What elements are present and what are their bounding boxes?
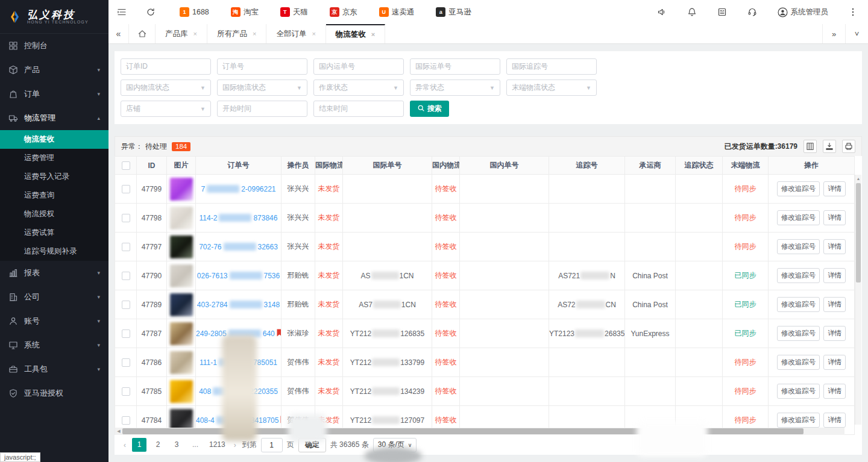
- sidebar-item-系统[interactable]: 系统▾: [0, 333, 108, 357]
- product-image[interactable]: [170, 351, 193, 374]
- announce-icon[interactable]: [657, 7, 667, 17]
- next-page-icon[interactable]: ›: [232, 441, 238, 449]
- close-icon[interactable]: ×: [193, 30, 197, 37]
- product-image[interactable]: [170, 380, 193, 403]
- details-button[interactable]: 详情: [823, 239, 846, 254]
- column-header-追踪号[interactable]: 追踪号: [549, 157, 625, 175]
- close-icon[interactable]: ×: [371, 31, 375, 38]
- notification-bell-icon[interactable]: [687, 7, 697, 17]
- edit-tracking-button[interactable]: 修改追踪号: [777, 297, 820, 312]
- sidebar-subitem-物流授权[interactable]: 物流授权: [0, 205, 108, 223]
- marketplace-link-速卖通[interactable]: U速卖通: [379, 7, 415, 17]
- sidebar-subitem-追踪号规则补录[interactable]: 追踪号规则补录: [0, 242, 108, 261]
- close-icon[interactable]: ×: [253, 30, 256, 37]
- column-header-承运商[interactable]: 承运商: [625, 157, 676, 175]
- filter-input-结束时间[interactable]: 结束时间: [313, 101, 404, 117]
- column-header-操作[interactable]: 操作: [769, 157, 855, 175]
- row-checkbox[interactable]: [122, 185, 130, 193]
- form-panel-icon[interactable]: [717, 7, 727, 17]
- collapse-sidebar-icon[interactable]: [117, 7, 127, 17]
- sidebar-subitem-物流签收[interactable]: 物流签收: [0, 130, 108, 149]
- order-number-link[interactable]: 111-1785051: [200, 358, 277, 367]
- sidebar-subitem-运费试算[interactable]: 运费试算: [0, 223, 108, 242]
- sidebar-item-工具包[interactable]: 工具包▾: [0, 357, 108, 381]
- scroll-up-icon[interactable]: ▲: [855, 175, 861, 182]
- details-button[interactable]: 详情: [823, 268, 846, 283]
- vertical-scroll-thumb[interactable]: [856, 183, 861, 283]
- edit-tracking-button[interactable]: 修改追踪号: [777, 384, 820, 399]
- column-header-国际单号[interactable]: 国际单号: [343, 157, 432, 175]
- page-button-2[interactable]: 2: [151, 438, 165, 452]
- filter-input-国际运单号[interactable]: 国际运单号: [410, 58, 500, 75]
- filter-input-订单ID[interactable]: 订单ID: [121, 58, 211, 75]
- column-header-ID[interactable]: ID: [137, 157, 167, 175]
- product-image[interactable]: [170, 264, 193, 287]
- vertical-scrollbar[interactable]: ▲: [855, 175, 861, 425]
- row-checkbox[interactable]: [122, 329, 130, 338]
- order-number-link[interactable]: 403-27843148: [197, 301, 280, 309]
- column-settings-button[interactable]: [804, 140, 817, 153]
- sidebar-item-控制台[interactable]: 控制台: [0, 34, 108, 58]
- marketplace-link-淘宝[interactable]: 淘淘宝: [231, 7, 259, 17]
- row-checkbox[interactable]: [122, 272, 130, 280]
- per-page-select[interactable]: 30 条/页 ∨: [373, 438, 417, 452]
- details-button[interactable]: 详情: [823, 384, 846, 399]
- sidebar-subitem-运费导入记录[interactable]: 运费导入记录: [0, 167, 108, 186]
- scroll-left-icon[interactable]: ◀: [115, 429, 122, 434]
- details-button[interactable]: 详情: [823, 355, 846, 370]
- order-number-link[interactable]: 702-7632663: [199, 243, 278, 251]
- product-image[interactable]: [170, 207, 193, 229]
- tabs-scroll-left[interactable]: «: [108, 24, 129, 43]
- row-checkbox[interactable]: [122, 358, 130, 367]
- tab-物流签收[interactable]: 物流签收×: [326, 24, 385, 43]
- marketplace-link-亚马逊[interactable]: a亚马逊: [436, 7, 471, 17]
- column-header-追踪状态[interactable]: 追踪状态: [676, 157, 723, 175]
- tabs-dropdown-icon[interactable]: ˅: [845, 24, 868, 43]
- edit-tracking-button[interactable]: 修改追踪号: [777, 181, 820, 196]
- row-checkbox[interactable]: [122, 301, 130, 309]
- tab-全部订单[interactable]: 全部订单×: [266, 24, 326, 43]
- goto-confirm-button[interactable]: 确定: [298, 438, 326, 452]
- product-image[interactable]: [170, 236, 193, 258]
- horizontal-scrollbar[interactable]: ◀: [115, 428, 844, 435]
- home-tab-icon[interactable]: [129, 24, 156, 43]
- filter-input-开始时间[interactable]: 开始时间: [217, 101, 307, 117]
- sidebar-subitem-运费管理[interactable]: 运费管理: [0, 149, 108, 167]
- sidebar-subitem-运费查询[interactable]: 运费查询: [0, 186, 108, 205]
- edit-tracking-button[interactable]: 修改追踪号: [777, 413, 820, 428]
- sidebar-item-账号[interactable]: 账号▾: [0, 309, 108, 333]
- search-button[interactable]: 搜索: [410, 101, 449, 117]
- select-all-checkbox[interactable]: [122, 161, 130, 170]
- row-checkbox[interactable]: [122, 243, 130, 251]
- details-button[interactable]: 详情: [823, 297, 846, 312]
- column-header-末端物流[interactable]: 末端物流: [723, 157, 769, 175]
- filter-input-订单号[interactable]: 订单号: [217, 58, 307, 75]
- sidebar-item-亚马逊授权[interactable]: 亚马逊授权: [0, 381, 108, 405]
- filter-select-国内物流状态[interactable]: 国内物流状态▼: [121, 80, 211, 96]
- horizontal-scroll-thumb[interactable]: [122, 428, 804, 434]
- details-button[interactable]: 详情: [823, 181, 846, 196]
- tab-产品库[interactable]: 产品库×: [156, 24, 207, 43]
- support-icon[interactable]: [747, 7, 757, 17]
- user-menu[interactable]: 系统管理员: [778, 7, 829, 17]
- details-button[interactable]: 详情: [823, 210, 846, 225]
- tabs-scroll-right[interactable]: »: [822, 24, 845, 43]
- export-button[interactable]: [823, 140, 836, 153]
- order-number-link[interactable]: 026-76137536: [197, 272, 280, 280]
- row-checkbox[interactable]: [122, 214, 130, 222]
- product-image[interactable]: [170, 293, 193, 316]
- order-number-link[interactable]: 408-2220355: [199, 387, 278, 396]
- refresh-icon[interactable]: [146, 7, 156, 17]
- edit-tracking-button[interactable]: 修改追踪号: [777, 210, 820, 225]
- page-button-1[interactable]: 1: [132, 438, 146, 452]
- details-button[interactable]: 详情: [823, 326, 846, 341]
- page-button-1213[interactable]: 1213: [207, 438, 228, 452]
- sidebar-item-产品[interactable]: 产品▾: [0, 58, 108, 82]
- more-menu-icon[interactable]: [849, 7, 857, 17]
- filter-select-店铺[interactable]: 店铺▼: [121, 101, 211, 117]
- edit-tracking-button[interactable]: 修改追踪号: [777, 239, 820, 254]
- close-icon[interactable]: ×: [312, 30, 315, 37]
- edit-tracking-button[interactable]: 修改追踪号: [777, 355, 820, 370]
- order-number-link[interactable]: 249-2805640: [196, 329, 281, 339]
- filter-select-异常状态[interactable]: 异常状态▼: [410, 80, 500, 96]
